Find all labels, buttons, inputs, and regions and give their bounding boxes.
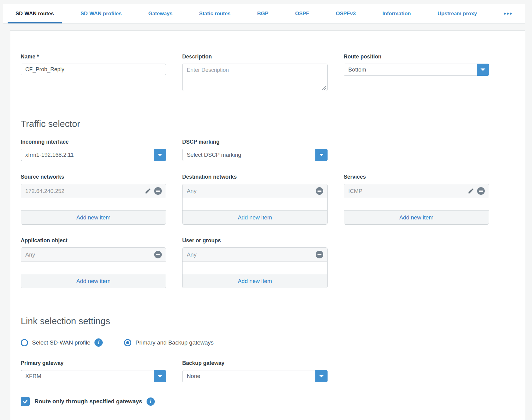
tab-static-routes[interactable]: Static routes (199, 4, 231, 23)
dscp-marking-dropdown-button[interactable] (315, 149, 328, 161)
incoming-interface-dropdown-button[interactable] (154, 149, 166, 161)
link-selection-radio-group: Select SD-WAN profile i Primary and Back… (21, 338, 509, 347)
list-item: Any (183, 248, 327, 262)
name-field-group: Name * (21, 54, 166, 92)
edit-pencil-icon[interactable] (144, 188, 151, 194)
list-item: 172.64.240.252 (21, 184, 166, 198)
route-position-select[interactable]: Bottom (344, 64, 489, 76)
incoming-interface-select[interactable]: xfrm1-192.168.2.11 (21, 149, 166, 161)
add-new-item-button[interactable]: Add new item (344, 210, 489, 224)
list-item: Any (183, 184, 327, 198)
dscp-marking-label: DSCP marking (182, 139, 328, 145)
list-item-text: ICMP (348, 188, 467, 194)
services-field-group: Services ICMP Add new item (344, 174, 489, 225)
user-or-groups-listbox: Any Add new item (182, 247, 328, 288)
dscp-marking-field-group: DSCP marking Select DSCP marking (182, 139, 328, 161)
source-networks-field-group: Source networks 172.64.240.252 Add new i… (21, 174, 166, 225)
tab-sd-wan-routes[interactable]: SD-WAN routes (16, 4, 54, 23)
list-item-text: Any (187, 251, 316, 258)
tab-gateways[interactable]: Gateways (148, 4, 172, 23)
remove-item-icon[interactable] (316, 187, 323, 195)
required-asterisk: * (37, 54, 39, 60)
chevron-down-icon (319, 375, 324, 377)
source-networks-listbox: 172.64.240.252 Add new item (21, 184, 166, 225)
application-object-listbox: Any Add new item (21, 247, 166, 288)
primary-gateway-field-group: Primary gateway XFRM (21, 360, 166, 382)
destination-networks-field-group: Destination networks Any Add new item (182, 174, 328, 225)
route-only-checkbox-row: Route only through specified gateways i (21, 397, 509, 406)
services-listbox: ICMP Add new item (344, 184, 489, 225)
route-position-field-group: Route position Bottom (344, 54, 489, 92)
info-icon[interactable]: i (94, 338, 103, 347)
backup-gateway-value: None (183, 373, 315, 380)
route-position-dropdown-button[interactable] (477, 64, 489, 76)
checkmark-icon (23, 399, 28, 404)
user-or-groups-label: User or groups (182, 237, 328, 244)
route-position-value: Bottom (344, 66, 477, 73)
list-item-text: Any (187, 188, 316, 194)
list-item: ICMP (344, 184, 489, 198)
description-textarea[interactable] (182, 64, 328, 91)
tab-bar: SD-WAN routes SD-WAN profiles Gateways S… (3, 4, 525, 24)
primary-gateway-select[interactable]: XFRM (21, 370, 166, 382)
backup-gateway-label: Backup gateway (182, 360, 328, 366)
chevron-down-icon (158, 375, 162, 377)
backup-gateway-select[interactable]: None (182, 370, 328, 382)
application-object-field-group: Application object Any Add new item (21, 237, 166, 288)
source-networks-label: Source networks (21, 174, 166, 180)
add-new-item-button[interactable]: Add new item (183, 274, 327, 288)
add-new-item-button[interactable]: Add new item (21, 274, 166, 288)
route-position-label: Route position (344, 54, 489, 60)
link-selection-heading: Link selection settings (21, 316, 509, 326)
list-item-text: 172.64.240.252 (25, 188, 144, 194)
incoming-interface-value: xfrm1-192.168.2.11 (21, 152, 154, 158)
name-input[interactable] (21, 64, 166, 75)
description-field-group: Description (182, 54, 328, 92)
tab-upstream-proxy[interactable]: Upstream proxy (438, 4, 477, 23)
dscp-marking-value: Select DSCP marking (183, 152, 315, 158)
remove-item-icon[interactable] (477, 187, 485, 195)
backup-gateway-field-group: Backup gateway None (182, 360, 328, 382)
name-label: Name * (21, 54, 166, 60)
radio-label: Select SD-WAN profile (32, 339, 90, 346)
section-divider (21, 107, 509, 107)
tabs-overflow-ellipsis-icon[interactable]: ••• (504, 4, 512, 23)
tab-information[interactable]: Information (382, 4, 411, 23)
radio-label: Primary and Backup gateways (135, 339, 214, 346)
remove-item-icon[interactable] (316, 251, 323, 258)
description-label: Description (182, 54, 328, 60)
add-new-item-button[interactable]: Add new item (183, 210, 327, 224)
radio-select-sd-wan-profile[interactable]: Select SD-WAN profile i (21, 338, 103, 347)
primary-gateway-dropdown-button[interactable] (154, 370, 166, 382)
tab-ospfv3[interactable]: OSPFv3 (336, 4, 356, 23)
dscp-marking-select[interactable]: Select DSCP marking (182, 149, 328, 161)
primary-gateway-label: Primary gateway (21, 360, 166, 366)
incoming-interface-label: Incoming interface (21, 139, 166, 145)
sd-wan-route-form-card: Name * Description Route position Bottom… (10, 30, 525, 420)
section-divider (21, 304, 509, 304)
primary-gateway-value: XFRM (21, 373, 154, 380)
remove-item-icon[interactable] (154, 187, 162, 195)
radio-unselected-icon[interactable] (21, 339, 28, 346)
chevron-down-icon (158, 154, 162, 156)
add-new-item-button[interactable]: Add new item (21, 210, 166, 224)
chevron-down-icon (319, 154, 324, 156)
tab-sd-wan-profiles[interactable]: SD-WAN profiles (80, 4, 122, 23)
route-only-checkbox[interactable] (21, 397, 30, 406)
destination-networks-label: Destination networks (182, 174, 328, 180)
edit-pencil-icon[interactable] (467, 188, 474, 194)
info-icon[interactable]: i (147, 397, 155, 406)
radio-selected-icon[interactable] (124, 339, 131, 346)
remove-item-icon[interactable] (154, 251, 162, 258)
backup-gateway-dropdown-button[interactable] (315, 370, 328, 382)
services-label: Services (344, 174, 489, 180)
radio-primary-and-backup-gateways[interactable]: Primary and Backup gateways (124, 339, 214, 346)
chevron-down-icon (481, 68, 485, 71)
tab-bgp[interactable]: BGP (257, 4, 268, 23)
list-item-text: Any (25, 251, 154, 258)
user-or-groups-field-group: User or groups Any Add new item (182, 237, 328, 288)
tab-ospf[interactable]: OSPF (295, 4, 309, 23)
list-item: Any (21, 248, 166, 262)
traffic-selector-heading: Traffic selector (21, 119, 509, 129)
route-only-checkbox-label: Route only through specified gateways (34, 398, 142, 405)
